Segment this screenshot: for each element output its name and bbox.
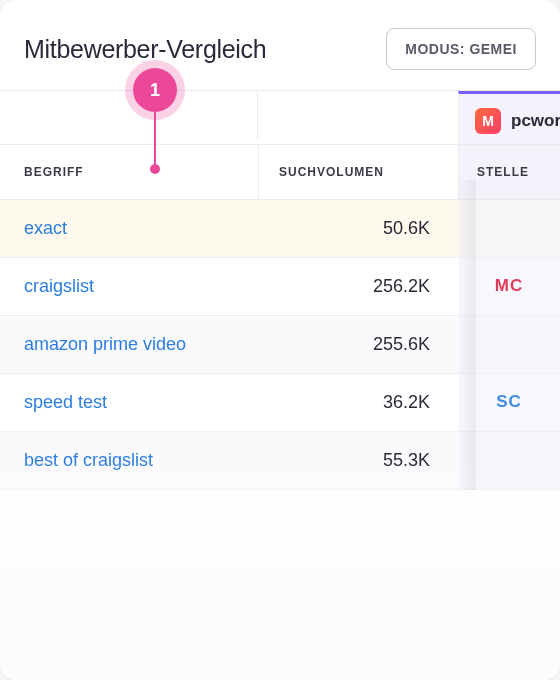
cell-volume: 55.3K <box>258 432 458 489</box>
competitor-comparison-card: Mitbewerber-Vergleich MODUS: GEMEI 1 M p… <box>0 0 560 680</box>
col-header-term[interactable]: BEGRIFF <box>0 145 258 199</box>
table-body: exact50.6Kcraigslist256.2KMCamazon prime… <box>0 200 560 490</box>
term-link[interactable]: amazon prime video <box>24 334 186 354</box>
cell-term: amazon prime video <box>0 316 258 373</box>
cell-volume: 255.6K <box>258 316 458 373</box>
cell-position <box>458 316 560 373</box>
term-link[interactable]: speed test <box>24 392 107 412</box>
annotation-line <box>154 112 156 164</box>
brand-header-spacer-1 <box>0 91 258 139</box>
cell-volume: 36.2K <box>258 374 458 431</box>
cell-volume: 256.2K <box>258 258 458 315</box>
table-row[interactable]: exact50.6K <box>0 200 560 258</box>
cell-position <box>458 432 560 489</box>
table-row[interactable]: amazon prime video255.6K <box>0 316 560 374</box>
term-link[interactable]: exact <box>24 218 67 238</box>
table-row[interactable]: speed test36.2KSC <box>0 374 560 432</box>
bottom-fade <box>0 460 560 680</box>
cell-term: exact <box>0 200 258 257</box>
card-title: Mitbewerber-Vergleich <box>24 35 266 64</box>
annotation-badge: 1 <box>133 68 177 174</box>
cell-volume: 50.6K <box>258 200 458 257</box>
annotation-dot <box>150 164 160 174</box>
term-link[interactable]: best of craigslist <box>24 450 153 470</box>
brand-icon: M <box>475 108 501 134</box>
cell-term: speed test <box>0 374 258 431</box>
col-header-volume[interactable]: SUCHVOLUMEN <box>258 145 458 199</box>
term-link[interactable]: craigslist <box>24 276 94 296</box>
cell-position: MC <box>458 258 560 315</box>
brand-header-spacer-2 <box>258 91 458 139</box>
mode-button[interactable]: MODUS: GEMEI <box>386 28 536 70</box>
cell-term: craigslist <box>0 258 258 315</box>
card-header: Mitbewerber-Vergleich MODUS: GEMEI <box>0 0 560 90</box>
cell-position <box>458 200 560 257</box>
brand-name: pcworld <box>511 111 560 131</box>
table-wrap: 1 M pcworld BEGRIFF SUCHVOLUMEN STELLE e… <box>0 90 560 490</box>
cell-term: best of craigslist <box>0 432 258 489</box>
cell-position: SC <box>458 374 560 431</box>
brand-header-row: M pcworld <box>0 90 560 144</box>
col-header-position[interactable]: STELLE <box>458 145 560 199</box>
table-head: BEGRIFF SUCHVOLUMEN STELLE <box>0 144 560 200</box>
annotation-number: 1 <box>133 68 177 112</box>
table-row[interactable]: best of craigslist55.3K <box>0 432 560 490</box>
table-row[interactable]: craigslist256.2KMC <box>0 258 560 316</box>
brand-column-header[interactable]: M pcworld <box>458 91 560 144</box>
